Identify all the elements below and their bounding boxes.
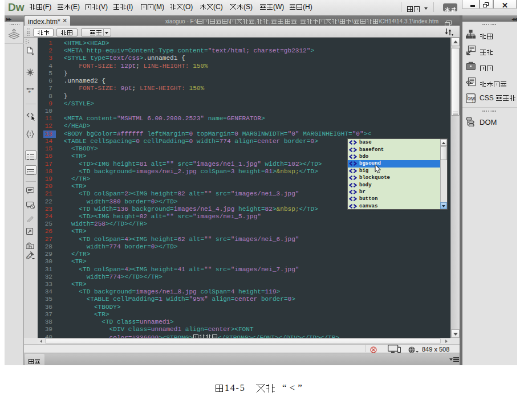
svg-text:CSS: CSS bbox=[468, 97, 476, 101]
svg-text:*: * bbox=[29, 89, 31, 96]
svg-text:}: } bbox=[472, 100, 473, 103]
svg-text:<>: <> bbox=[26, 255, 32, 259]
svg-text:{: { bbox=[467, 95, 468, 98]
